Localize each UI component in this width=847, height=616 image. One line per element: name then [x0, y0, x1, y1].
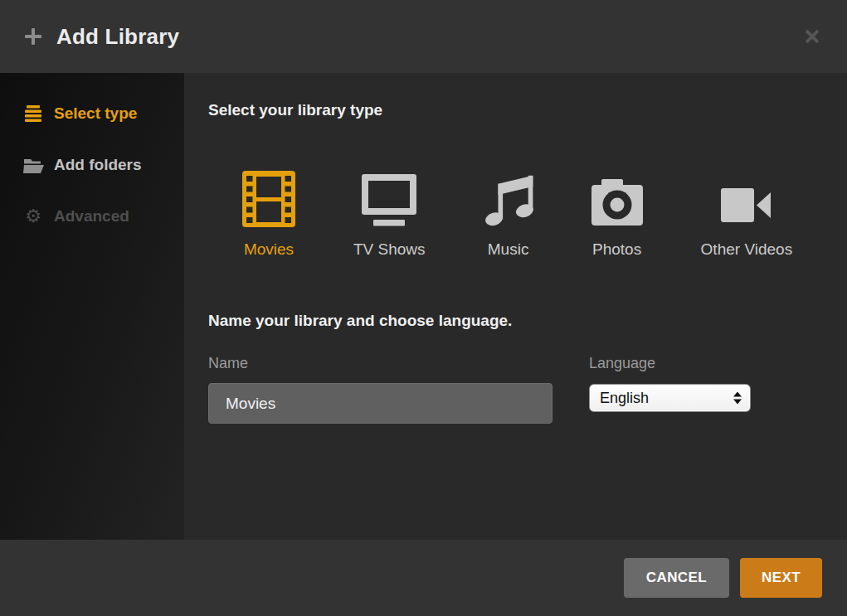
next-button[interactable]: NEXT	[740, 558, 822, 598]
sidebar-item-add-folders[interactable]: Add folders	[0, 139, 184, 191]
type-option-tv-shows[interactable]: TV Shows	[353, 156, 426, 259]
sidebar-item-advanced[interactable]: ⚙ Advanced	[0, 191, 184, 242]
dialog-footer: CANCEL NEXT	[0, 540, 847, 616]
sidebar: Select type Add folders ⚙ Advanced	[0, 73, 184, 540]
plus-icon	[23, 27, 43, 46]
film-icon	[242, 156, 295, 227]
tv-icon	[362, 156, 416, 227]
list-icon	[22, 105, 44, 122]
dialog-header: Add Library	[0, 0, 847, 73]
language-label: Language	[589, 355, 751, 372]
type-label: Photos	[592, 240, 641, 259]
name-heading: Name your library and choose language.	[208, 312, 847, 330]
language-select-wrap: English	[589, 384, 751, 412]
type-heading: Select your library type	[208, 101, 847, 119]
camera-icon	[591, 156, 643, 227]
content-panel: Select your library type Movies TV Shows	[184, 73, 847, 540]
type-label: Music	[488, 240, 529, 259]
type-label: TV Shows	[353, 240, 426, 259]
close-button[interactable]	[801, 25, 824, 48]
type-option-photos[interactable]: Photos	[591, 156, 643, 259]
name-language-row: Name Language English	[208, 355, 847, 424]
type-option-music[interactable]: Music	[484, 156, 533, 259]
gear-icon: ⚙	[22, 207, 44, 226]
name-label: Name	[208, 355, 552, 372]
type-option-other-videos[interactable]: Other Videos	[701, 156, 793, 259]
music-note-icon	[484, 156, 533, 227]
cancel-button[interactable]: CANCEL	[624, 558, 729, 598]
type-label: Other Videos	[701, 240, 793, 259]
library-type-row: Movies TV Shows Music	[208, 156, 847, 259]
close-icon	[804, 28, 820, 45]
type-label: Movies	[244, 240, 294, 259]
sidebar-item-label: Advanced	[54, 207, 129, 226]
language-select[interactable]: English	[589, 384, 751, 412]
sidebar-item-select-type[interactable]: Select type	[0, 88, 184, 139]
sidebar-item-label: Select type	[54, 104, 137, 123]
library-name-input[interactable]	[208, 383, 552, 424]
video-camera-icon	[721, 156, 772, 227]
language-field-group: Language English	[589, 355, 751, 424]
add-library-dialog: Add Library Select type Add folders ⚙	[0, 0, 847, 616]
dialog-body: Select type Add folders ⚙ Advanced Selec…	[0, 73, 847, 540]
folder-open-icon	[22, 158, 44, 173]
name-field-group: Name	[208, 355, 552, 424]
type-option-movies[interactable]: Movies	[242, 156, 295, 259]
dialog-title: Add Library	[56, 24, 179, 50]
sidebar-item-label: Add folders	[54, 156, 142, 174]
